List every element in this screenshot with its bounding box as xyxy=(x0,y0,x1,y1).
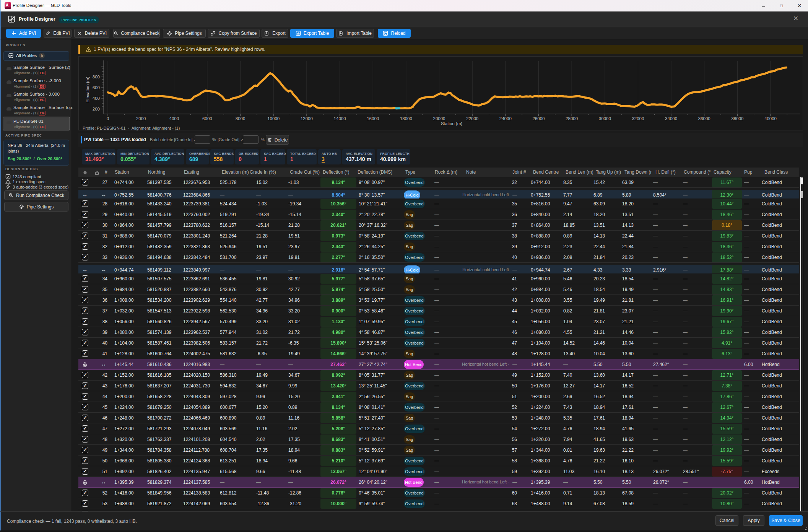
svg-text:16000: 16000 xyxy=(367,116,379,121)
svg-text:0: 0 xyxy=(107,116,109,121)
svg-text:400: 400 xyxy=(93,96,100,101)
svg-text:24000: 24000 xyxy=(499,116,512,121)
svg-text:600: 600 xyxy=(93,85,100,90)
svg-text:22000: 22000 xyxy=(466,116,478,121)
svg-text:18000: 18000 xyxy=(400,116,412,121)
svg-text:2000: 2000 xyxy=(136,116,146,121)
svg-text:20000: 20000 xyxy=(433,116,445,121)
svg-text:10000: 10000 xyxy=(267,116,280,121)
svg-text:26000: 26000 xyxy=(533,116,545,121)
svg-text:14000: 14000 xyxy=(334,116,346,121)
svg-text:38000: 38000 xyxy=(731,116,743,121)
svg-text:28000: 28000 xyxy=(566,116,578,121)
svg-text:200: 200 xyxy=(93,107,100,111)
svg-text:4000: 4000 xyxy=(169,116,179,121)
svg-text:Elevation (m): Elevation (m) xyxy=(85,76,90,102)
svg-text:30000: 30000 xyxy=(599,116,611,121)
svg-text:32000: 32000 xyxy=(632,116,644,121)
svg-text:8000: 8000 xyxy=(236,116,245,121)
svg-text:34000: 34000 xyxy=(665,116,677,121)
svg-text:6000: 6000 xyxy=(202,116,212,121)
svg-text:40000: 40000 xyxy=(764,116,777,121)
svg-text:Station (m): Station (m) xyxy=(441,121,462,126)
svg-text:800: 800 xyxy=(93,75,100,79)
svg-text:36000: 36000 xyxy=(698,116,710,121)
svg-text:12000: 12000 xyxy=(301,116,313,121)
